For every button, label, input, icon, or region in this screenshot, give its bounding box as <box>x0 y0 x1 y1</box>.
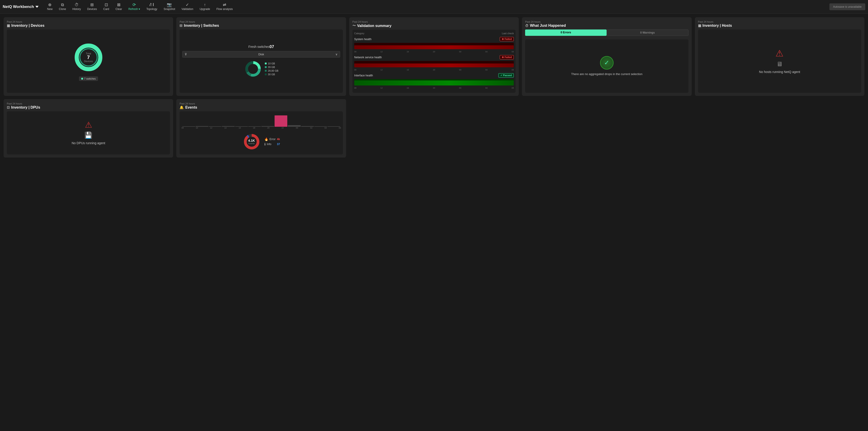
legend-dot-2 <box>265 70 267 72</box>
card-what-just-happened: Past 24 hours ⏱ What Just Happened 0 Err… <box>522 17 691 96</box>
wjh-center: ✓ There are no aggregated drops in the c… <box>571 42 643 90</box>
table-row: System health ⊗ Failed <box>354 36 514 42</box>
nav-label-history: History <box>72 7 81 11</box>
status-badge-0: ⊗ Failed <box>500 37 514 41</box>
devices-title-text: Inventory | Devices <box>11 24 44 28</box>
events-donut: 4.1K Events <box>243 133 261 151</box>
validation-title-icon: 〜 <box>352 24 356 28</box>
interface-health-labels: 08121620000408 <box>354 87 514 89</box>
nav-item-upgrade[interactable]: ↑ Upgrade <box>196 1 213 12</box>
nav-item-history[interactable]: ⏱ History <box>69 1 84 12</box>
legend-dot-1 <box>265 66 267 68</box>
dpus-title: ⊡ Inventory | DPUs <box>7 105 170 109</box>
hosts-message: No hosts running NetQ agent <box>759 70 800 74</box>
nav-label-snapshot: Snapshot <box>164 7 175 11</box>
events-bar-4 <box>235 126 248 127</box>
network-health-chart <box>354 61 514 67</box>
table-row: Interface health ✓ Passed <box>354 72 514 78</box>
validation-table: Category Last check System health ⊗ Fail… <box>354 32 514 91</box>
nav-item-topology[interactable]: ⛙ Topology <box>143 1 160 12</box>
events-bar-chart-container: 081012141618202200020406 <box>181 113 341 131</box>
nav-item-snapshot[interactable]: 📷 Snapshot <box>160 1 178 12</box>
interface-health-chart <box>354 79 514 86</box>
refresh-icon: ⟳ <box>132 3 136 7</box>
hosts-title: ▦ Inventory | Hosts <box>698 24 861 28</box>
nav-item-card[interactable]: ⊡ Card <box>100 1 112 12</box>
events-time: Past 24 hours <box>180 102 343 105</box>
nav-item-validation[interactable]: ✓ Validation <box>178 1 196 12</box>
dpus-title-icon: ⊡ <box>7 105 10 109</box>
legend-item-2: 28,00 GB <box>265 69 278 72</box>
table-row: 08121620000408 <box>354 42 514 54</box>
legend-error-label: Error <box>270 138 276 141</box>
events-bar-1 <box>196 126 208 127</box>
switches-title: ⊟ Inventory | Switches <box>180 24 343 28</box>
hosts-title-icon: ▦ <box>698 24 701 28</box>
events-title-text: Events <box>185 105 197 109</box>
wjh-tabs: 0 Errors 0 Warnings <box>525 30 688 36</box>
hosts-body: ⚠ 🖥 No hosts running NetQ agent <box>698 30 861 93</box>
card-header-dpus: Past 24 hours ⊡ Inventory | DPUs <box>7 102 170 109</box>
devices-donut-center: Total 7 Devices <box>84 52 93 63</box>
events-bar-0 <box>182 126 195 127</box>
topology-icon: ⛙ <box>150 3 154 7</box>
card-inventory-hosts: Past 24 hours ▦ Inventory | Hosts ⚠ 🖥 No… <box>695 17 864 96</box>
switches-donut-row: 10 GB 39 GB 28,00 GB 30 GB <box>244 60 278 78</box>
wjh-title: ⏱ What Just Happened <box>525 24 688 28</box>
autosave-button[interactable]: Autosave is unavailable <box>830 3 865 10</box>
card-inventory-dpus: Past 24 hours ⊡ Inventory | DPUs ⚠ 💾 No … <box>4 99 173 158</box>
devices-switches-count: 7 switches <box>84 77 96 80</box>
devices-donut: Total 7 Devices <box>73 41 104 73</box>
validation-time: Past 24 hours <box>352 21 516 23</box>
legend-dot-3 <box>265 73 267 75</box>
events-bar-2 <box>209 126 221 127</box>
hosts-time: Past 24 hours <box>698 21 861 23</box>
disk-filter[interactable]: ⊽ Disk ∨ <box>182 51 340 58</box>
wjh-title-icon: ⏱ <box>525 24 528 28</box>
switches-time: Past 24 hours <box>180 21 343 23</box>
events-bar-8 <box>288 125 301 127</box>
wjh-tab-warnings[interactable]: 0 Warnings <box>607 30 688 36</box>
navbar: NetQ Workbench ⊕ New ⧉ Clone ⏱ History ⊞… <box>0 0 868 13</box>
nav-item-devices[interactable]: ⊞ Devices <box>84 1 100 12</box>
events-bar-10 <box>314 126 327 127</box>
nav-label-validation: Validation <box>182 7 193 11</box>
info-icon: ℹ <box>265 142 266 146</box>
nav-label-devices: Devices <box>87 7 97 11</box>
events-bar-5 <box>248 126 261 127</box>
nav-item-clear[interactable]: ⊠ Clear <box>112 1 125 12</box>
devices-switches-badge: 7 switches <box>79 76 98 81</box>
status-badge-2: ✓ Passed <box>498 73 514 77</box>
events-total-label: Events <box>248 142 255 145</box>
legend-label-0: 10 GB <box>268 62 275 65</box>
switches-fresh-header: Fresh switches 07 <box>248 44 274 49</box>
validation-title-text: Validation summary <box>357 24 392 28</box>
legend-item-error: 🔥 Error 4k <box>265 137 280 141</box>
nav-item-clone[interactable]: ⧉ Clone <box>56 1 69 12</box>
clone-icon: ⧉ <box>61 3 64 7</box>
nav-label-flow-analysis: Flow analysis <box>216 7 233 11</box>
events-chart-labels: 081012141618202200020406 <box>181 127 341 129</box>
events-total-value: 4.1K <box>248 139 255 142</box>
legend-label-3: 30 GB <box>268 73 275 76</box>
nav-item-new[interactable]: ⊕ New <box>44 1 56 12</box>
nav-brand[interactable]: NetQ Workbench <box>3 4 38 9</box>
legend-info-count: 37 <box>277 143 280 146</box>
snapshot-icon: 📷 <box>167 3 172 7</box>
wjh-tab-errors[interactable]: 0 Errors <box>525 30 607 36</box>
events-title: 🔔 Events <box>180 105 343 109</box>
col-category: Category <box>354 32 456 36</box>
nav-item-refresh[interactable]: ⟳ Refresh ▾ <box>125 1 143 12</box>
legend-label-1: 39 GB <box>268 66 275 68</box>
nav-label-card: Card <box>103 7 109 11</box>
nav-item-flow-analysis[interactable]: ⇌ Flow analysis <box>213 1 236 12</box>
dpus-error-icon: ⚠ <box>85 120 92 130</box>
legend-label-2: 28,00 GB <box>268 69 278 72</box>
card-header-devices: Past 24 hours ▦ Inventory | Devices <box>7 21 170 28</box>
row-name-0: System health <box>354 36 456 42</box>
devices-title-icon: ▦ <box>7 24 10 28</box>
nav-label-new: New <box>47 7 53 11</box>
wjh-message: There are no aggregated drops in the cur… <box>571 72 643 76</box>
disk-legend: 10 GB 39 GB 28,00 GB 30 GB <box>265 62 278 76</box>
row-status-2: ✓ Passed <box>456 72 514 78</box>
